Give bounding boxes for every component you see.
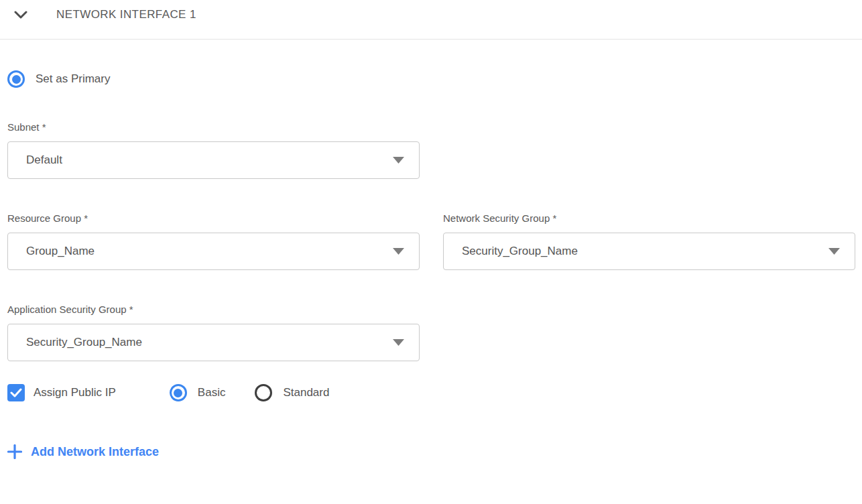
resource-group-label: Resource Group * bbox=[7, 212, 420, 224]
group-fields-row: Resource Group * Group_Name Network Secu… bbox=[7, 179, 855, 270]
section-title: NETWORK INTERFACE 1 bbox=[56, 8, 196, 21]
caret-down-icon bbox=[393, 157, 404, 164]
basic-radio[interactable] bbox=[170, 384, 187, 401]
section-header: NETWORK INTERFACE 1 bbox=[0, 0, 862, 21]
set-as-primary-label: Set as Primary bbox=[36, 72, 110, 86]
standard-label: Standard bbox=[283, 386, 329, 399]
assign-public-ip-checkbox[interactable] bbox=[7, 384, 25, 401]
chevron-down-icon[interactable] bbox=[14, 10, 27, 19]
application-security-group-select[interactable]: Security_Group_Name bbox=[7, 324, 420, 361]
network-security-group-select[interactable]: Security_Group_Name bbox=[443, 233, 855, 270]
network-security-group-field: Network Security Group * Security_Group_… bbox=[443, 212, 855, 270]
network-security-group-selected-value: Security_Group_Name bbox=[462, 245, 578, 258]
subnet-selected-value: Default bbox=[26, 153, 62, 167]
resource-group-select[interactable]: Group_Name bbox=[7, 233, 420, 270]
caret-down-icon bbox=[828, 248, 840, 255]
caret-down-icon bbox=[393, 339, 404, 346]
assign-public-ip-label: Assign Public IP bbox=[34, 386, 116, 399]
resource-group-field: Resource Group * Group_Name bbox=[7, 212, 420, 270]
set-as-primary-option[interactable]: Set as Primary bbox=[7, 70, 855, 88]
caret-down-icon bbox=[393, 248, 404, 255]
resource-group-selected-value: Group_Name bbox=[26, 245, 95, 258]
header-divider bbox=[0, 39, 862, 40]
basic-option[interactable]: Basic bbox=[170, 384, 226, 401]
check-icon bbox=[10, 388, 22, 397]
subnet-field: Subnet * Default bbox=[7, 121, 855, 179]
network-security-group-label: Network Security Group * bbox=[443, 212, 855, 224]
set-as-primary-radio[interactable] bbox=[7, 70, 25, 88]
standard-option[interactable]: Standard bbox=[255, 384, 329, 401]
application-security-group-label: Application Security Group * bbox=[7, 304, 855, 315]
add-network-interface-label: Add Network Interface bbox=[31, 445, 159, 459]
add-network-interface-link[interactable]: Add Network Interface bbox=[7, 444, 159, 459]
subnet-label: Subnet * bbox=[7, 121, 855, 133]
subnet-select[interactable]: Default bbox=[7, 141, 420, 179]
network-interface-panel: NETWORK INTERFACE 1 Set as Primary Subne… bbox=[0, 0, 862, 504]
standard-radio[interactable] bbox=[255, 384, 272, 401]
application-security-group-field: Application Security Group * Security_Gr… bbox=[7, 304, 855, 361]
plus-icon bbox=[7, 444, 22, 459]
basic-label: Basic bbox=[198, 386, 226, 399]
application-security-group-selected-value: Security_Group_Name bbox=[26, 336, 142, 349]
public-ip-options-row: Assign Public IP Basic Standard bbox=[7, 384, 855, 401]
form-content: Set as Primary Subnet * Default Resource… bbox=[0, 70, 862, 459]
